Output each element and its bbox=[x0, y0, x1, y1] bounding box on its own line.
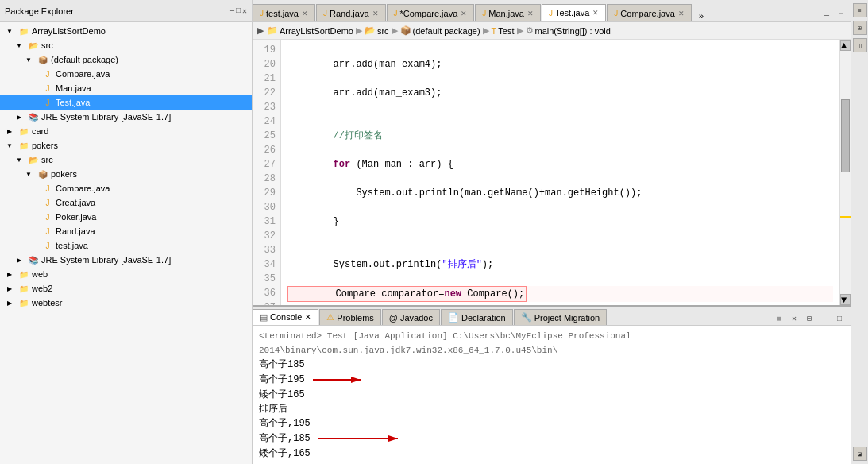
code-line-23: for (Man man : arr) { bbox=[287, 157, 833, 172]
project-pokers[interactable]: 📁 pokers bbox=[0, 138, 252, 153]
tab-close-icon[interactable]: ✕ bbox=[461, 10, 467, 17]
project-web2[interactable]: 📁 web2 bbox=[0, 281, 252, 296]
tab-close-icon[interactable]: ✕ bbox=[527, 10, 534, 17]
expand-icon bbox=[22, 168, 35, 180]
rt-btn-2[interactable]: ⊞ bbox=[853, 21, 867, 35]
file-name: Man.java bbox=[56, 83, 91, 93]
file-rand-java[interactable]: J Rand.java bbox=[0, 224, 252, 238]
output-line-4: 排序后 bbox=[259, 402, 844, 416]
tab-project-migration[interactable]: 🔧 Project Migration bbox=[514, 309, 608, 325]
project-arraylistsortdemo[interactable]: 📁 ArrayListSortDemo bbox=[0, 24, 252, 38]
sidebar-minimize-icon[interactable]: — bbox=[230, 6, 234, 16]
expand-icon bbox=[13, 39, 25, 52]
output-line-6: 高个子,185 bbox=[259, 431, 844, 447]
tab-javadoc-label: Javadoc bbox=[400, 313, 433, 323]
lib-name: JRE System Library [JavaSE-1.7] bbox=[41, 112, 171, 122]
project-webtesr[interactable]: 📁 webtesr bbox=[0, 296, 252, 310]
file-man-java[interactable]: J Man.java bbox=[0, 81, 252, 95]
console-minimize-icon[interactable]: — bbox=[818, 312, 831, 325]
tab-close-icon[interactable]: ✕ bbox=[302, 10, 308, 17]
src-label: src bbox=[41, 41, 53, 50]
tab-problems[interactable]: ⚠ Problems bbox=[319, 309, 380, 325]
rt-btn-1[interactable]: ≡ bbox=[853, 3, 867, 17]
file-poker-java[interactable]: J Poker.java bbox=[0, 210, 252, 224]
expand-icon bbox=[3, 282, 16, 295]
sidebar-close-icon[interactable]: ✕ bbox=[242, 6, 247, 16]
scroll-down-btn[interactable]: ▼ bbox=[840, 294, 851, 305]
spacer bbox=[32, 96, 40, 109]
tab-compare-java[interactable]: J *Compare.java ✕ bbox=[387, 4, 475, 21]
tab-declaration[interactable]: 📄 Declaration bbox=[441, 309, 513, 325]
tab-problems-label: Problems bbox=[337, 313, 373, 323]
bc-class[interactable]: Test bbox=[498, 26, 514, 36]
problems-icon: ⚠ bbox=[326, 312, 334, 323]
tab-test-java-main[interactable]: J Test.java ✕ bbox=[542, 4, 606, 21]
bc-src[interactable]: src bbox=[377, 26, 389, 36]
code-editor[interactable]: 19 20 21 22 23 24 25 26 27 28 29 30 31 3… bbox=[253, 40, 851, 305]
file-compare-java[interactable]: J Compare.java bbox=[0, 67, 252, 81]
console-tab-close[interactable]: ✕ bbox=[305, 313, 311, 321]
file-compare-java-p[interactable]: J Compare.java bbox=[0, 181, 252, 195]
source-folder-src-pokers[interactable]: 📂 src bbox=[0, 153, 252, 167]
console-toolbar-btn3[interactable]: ⊟ bbox=[803, 312, 816, 325]
project-card[interactable]: 📁 card bbox=[0, 124, 252, 138]
package-icon: 📦 bbox=[37, 168, 49, 180]
tab-overflow-icon[interactable]: » bbox=[696, 12, 708, 21]
package-pokers[interactable]: 📦 pokers bbox=[0, 167, 252, 181]
file-creat-java[interactable]: J Creat.java bbox=[0, 195, 252, 210]
console-toolbar-btn2[interactable]: ✕ bbox=[788, 312, 800, 325]
project-icon: 📁 bbox=[17, 268, 30, 280]
project-web[interactable]: 📁 web bbox=[0, 267, 252, 281]
scroll-thumb[interactable] bbox=[841, 99, 850, 172]
source-folder-src[interactable]: 📂 src bbox=[0, 38, 252, 52]
scroll-marker-yellow bbox=[840, 216, 851, 218]
editor-scrollbar[interactable]: ▲ ▼ bbox=[839, 40, 851, 305]
package-default[interactable]: 📦 (default package) bbox=[0, 52, 252, 67]
scroll-up-btn[interactable]: ▲ bbox=[840, 40, 851, 51]
spacer bbox=[32, 225, 40, 238]
code-text[interactable]: arr.add(man_exam4); arr.add(man_exam3); … bbox=[281, 40, 839, 305]
tab-compare-java2[interactable]: J Compare.java ✕ bbox=[607, 4, 691, 21]
lib-icon: 📚 bbox=[27, 253, 40, 266]
file-test-java-p[interactable]: J test.java bbox=[0, 238, 252, 253]
file-name: test.java bbox=[56, 241, 88, 250]
package-name: pokers bbox=[51, 169, 77, 179]
console-toolbar-btn1[interactable]: ■ bbox=[773, 312, 785, 325]
output-text-2: 高个子195 bbox=[259, 373, 305, 387]
java-file-icon: J bbox=[41, 196, 54, 209]
editor-minimize-icon[interactable]: — bbox=[820, 9, 833, 21]
rt-btn-3[interactable]: ◫ bbox=[853, 38, 867, 52]
jre-library-pokers[interactable]: 📚 JRE System Library [JavaSE-1.7] bbox=[0, 253, 252, 267]
editor-maximize-icon[interactable]: □ bbox=[835, 9, 847, 21]
bc-project[interactable]: ArrayListSortDemo bbox=[280, 26, 353, 36]
console-maximize-icon[interactable]: □ bbox=[833, 312, 846, 325]
tab-close-icon[interactable]: ✕ bbox=[592, 9, 599, 17]
tab-console[interactable]: ▤ Console ✕ bbox=[253, 309, 318, 325]
expand-icon bbox=[3, 268, 16, 280]
tab-close-icon[interactable]: ✕ bbox=[678, 10, 685, 17]
jre-library[interactable]: 📚 JRE System Library [JavaSE-1.7] bbox=[0, 110, 252, 124]
tab-close-icon[interactable]: ✕ bbox=[372, 10, 379, 17]
spacer bbox=[32, 82, 40, 95]
project-name: ArrayListSortDemo bbox=[32, 26, 106, 36]
spacer bbox=[32, 68, 40, 80]
file-test-java[interactable]: J Test.java bbox=[0, 95, 252, 110]
sidebar-maximize-icon[interactable]: □ bbox=[236, 6, 241, 16]
string-literal: "排序后" bbox=[442, 259, 481, 270]
tab-test-java[interactable]: J test.java ✕ bbox=[253, 4, 315, 21]
tab-man-java[interactable]: J Man.java ✕ bbox=[475, 4, 541, 21]
project-name: web bbox=[32, 269, 48, 279]
project-name: pokers bbox=[32, 141, 58, 150]
console-output: <terminated> Test [Java Application] C:\… bbox=[253, 326, 851, 464]
bc-src-icon: 📂 bbox=[365, 25, 376, 36]
tab-rand-java[interactable]: J Rand.java ✕ bbox=[316, 4, 386, 21]
rt-btn-bottom[interactable]: ◪ bbox=[853, 447, 867, 461]
bc-method[interactable]: main(String[]) : void bbox=[535, 26, 611, 36]
sidebar-title: Package Explorer bbox=[5, 6, 74, 16]
tab-javadoc[interactable]: @ Javadoc bbox=[382, 309, 440, 325]
bc-package[interactable]: (default package) bbox=[413, 26, 480, 36]
package-explorer-panel: Package Explorer — □ ✕ 📁 ArrayListSortDe… bbox=[0, 0, 253, 464]
code-line-27: System.out.println("排序后"); bbox=[287, 257, 833, 272]
keyword-new: new bbox=[444, 288, 461, 300]
java-file-icon: J bbox=[41, 225, 54, 238]
